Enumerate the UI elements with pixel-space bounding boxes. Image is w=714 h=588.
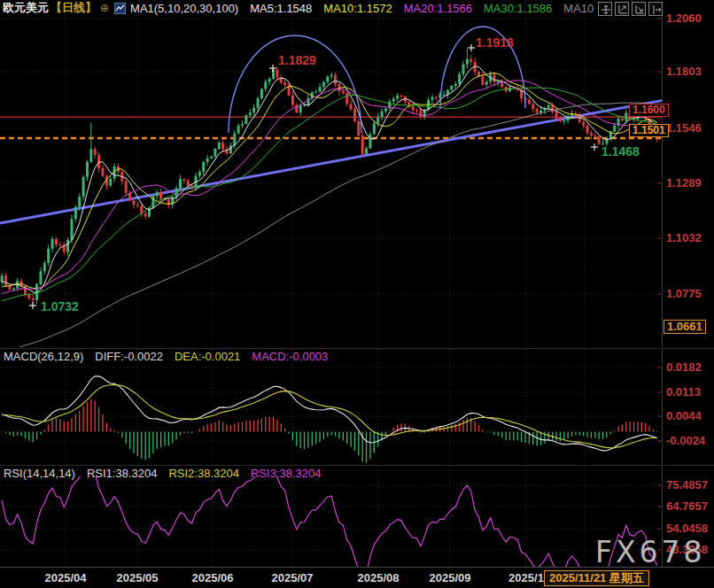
time-axis-label: 2025/05	[109, 572, 166, 584]
chart-header: 欧元美元 【日线】 ⊕ MA1(5,10,20,30,100) MA5:1.15…	[0, 0, 714, 16]
rsi-panel[interactable]	[2, 463, 657, 588]
main-price-panel[interactable]	[0, 27, 669, 353]
macd-axis-label: 0.0113	[666, 386, 701, 398]
price-axis-label: 1.1289	[666, 177, 702, 190]
price-annotation: 1.1468	[601, 144, 640, 159]
macd-title-part: DEA:-0.0021	[175, 350, 240, 363]
time-axis-label: 2025/06	[184, 572, 241, 584]
price-axis-label: 1.1032	[666, 232, 702, 244]
ma-line-10	[2, 74, 657, 289]
pan-right-icon[interactable]	[648, 2, 663, 16]
ma-legend-item: MA30:1.1586	[484, 2, 552, 15]
move-icon[interactable]	[598, 2, 612, 16]
rsi-title-part: RSI2:38.3204	[168, 467, 239, 480]
top-pattern-arc	[229, 35, 361, 133]
symbol-title: 欧元美元	[3, 0, 49, 16]
price-tag-current-price: 1.1501	[629, 124, 669, 137]
ma-legend-item: MA10:1.1572	[323, 2, 392, 15]
rsi-line	[2, 463, 657, 588]
period-label[interactable]: 【日线】	[50, 0, 97, 16]
rsi-axis-label: 54.0458	[666, 522, 708, 535]
macd-panel[interactable]	[2, 376, 657, 463]
price-annotation: 1.1918	[476, 35, 514, 50]
rsi-axis-label: 64.7657	[666, 500, 708, 513]
macd-title-part: MACD:-0.0003	[252, 350, 328, 363]
price-axis-label: 1.1803	[666, 66, 702, 78]
rsi-title-part: RSI(14,14,14)	[4, 467, 75, 480]
price-tag-resistance: 1.1600	[629, 104, 669, 117]
circle-plus-icon[interactable]: ⊕	[100, 2, 109, 14]
time-axis-label: 2025/08	[350, 572, 407, 584]
chart-window: 欧元美元 【日线】 ⊕ MA1(5,10,20,30,100) MA5:1.15…	[0, 0, 714, 588]
rsi-title-part: RSI1:38.3204	[87, 467, 158, 480]
ma-legend: MA5:1.1548MA10:1.1572MA20:1.1566MA30:1.1…	[238, 2, 594, 15]
ma-line-5	[2, 66, 657, 293]
ma-legend-item: MA10	[563, 2, 594, 15]
rsi-title-part: RSI3:38.3204	[251, 467, 322, 480]
current-date-badge: 2025/11/21 星期五	[544, 570, 649, 586]
macd-header: MACD(26,12,9)DIFF:-0.0022DEA:-0.0021MACD…	[4, 350, 339, 363]
macd-axis-label: -0.0024	[666, 435, 705, 447]
time-axis-label: 2025/07	[264, 572, 321, 584]
watermark: FX678	[595, 535, 706, 569]
scale-vertical-icon[interactable]	[615, 2, 629, 16]
time-axis-label: 2025/09	[422, 572, 478, 584]
ma-legend-item: MA20:1.1566	[404, 2, 472, 15]
grid	[0, 16, 662, 567]
price-annotation: 1.0732	[41, 299, 79, 313]
price-axis-label: 1.1546	[666, 122, 702, 135]
macd-title-part: DIFF:-0.0022	[95, 350, 163, 363]
chart-type-icon[interactable]	[114, 3, 126, 14]
macd-axis-label: 0.0182	[666, 361, 702, 374]
scale-horizontal-icon[interactable]	[632, 2, 646, 16]
price-axis-label: 1.0775	[666, 288, 702, 300]
rsi-header: RSI(14,14,14)RSI1:38.3204RSI2:38.3204RSI…	[4, 467, 332, 480]
chart-toolbar	[598, 2, 663, 16]
ma-settings-label[interactable]: MA1(5,10,20,30,100)	[130, 2, 238, 15]
macd-title-part: MACD(26,12,9)	[4, 350, 83, 363]
rsi-axis-label: 75.4857	[666, 479, 708, 491]
macd-axis-label: 0.0044	[666, 410, 702, 422]
time-axis-label: 2025/04	[37, 572, 94, 584]
ma-legend-item: MA5:1.1548	[250, 2, 312, 15]
price-axis-label-boxed: 1.0661	[664, 320, 706, 334]
price-annotation: 1.1829	[278, 53, 316, 67]
chart-canvas[interactable]	[0, 0, 714, 588]
